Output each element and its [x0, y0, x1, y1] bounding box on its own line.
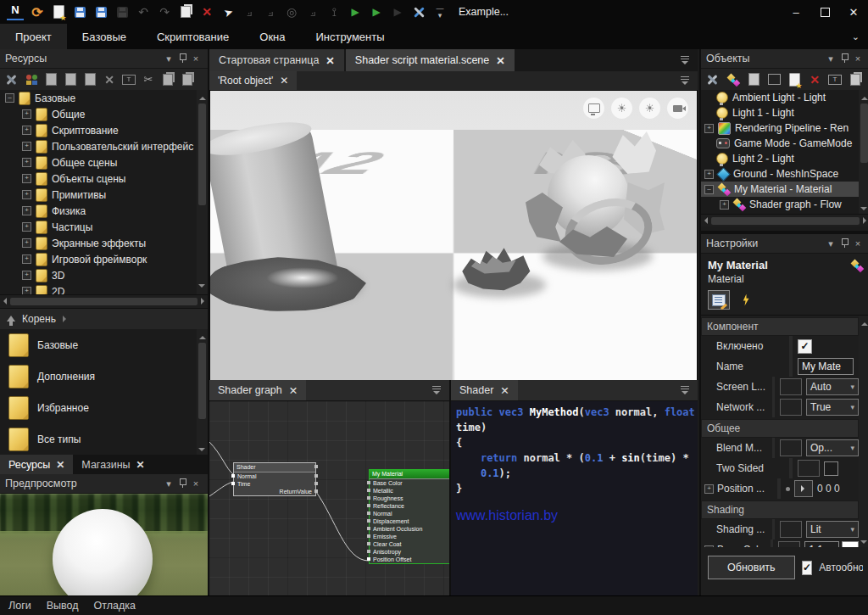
settings-icon[interactable]	[4, 72, 19, 87]
options-icon[interactable]	[24, 72, 39, 87]
dropdown[interactable]: Lit▾	[806, 521, 859, 538]
display-mode-button[interactable]	[583, 98, 604, 119]
menu-overflow-chevron[interactable]: ⌄	[852, 31, 868, 42]
tree-item[interactable]: +3D	[0, 267, 208, 283]
delete-icon[interactable]: ✕	[807, 72, 822, 87]
expander-icon[interactable]: +	[22, 174, 31, 183]
tree-item[interactable]: +Скриптование	[0, 122, 208, 138]
close-icon[interactable]: ✕	[136, 459, 145, 471]
close-icon[interactable]: ✕	[56, 459, 64, 471]
section-header[interactable]: Shading	[701, 500, 859, 519]
tree-item[interactable]: +Физика	[0, 203, 208, 219]
resources-tree-hscrollbar[interactable]	[0, 294, 208, 307]
expander-icon[interactable]: +	[22, 271, 31, 280]
expander-icon[interactable]: +	[22, 190, 31, 199]
graph-node-shader[interactable]: ShaderNormalTimeReturnValue	[233, 462, 316, 496]
object-tree-item[interactable]: +Ground - MeshInSpace	[701, 166, 868, 182]
panel-dropdown-icon[interactable]: ▾	[162, 53, 175, 64]
rename-icon[interactable]: T	[827, 72, 843, 87]
lighting-button[interactable]: ☀	[611, 98, 632, 119]
shader-code-editor[interactable]: public vec3 MyMethod(vec3 normal, floatt…	[451, 401, 698, 596]
tab-list-icon[interactable]	[431, 386, 449, 394]
expander-icon[interactable]: +	[22, 206, 31, 215]
resources-list-vscrollbar[interactable]	[197, 329, 208, 455]
panel-dropdown-icon[interactable]: ▾	[162, 478, 175, 489]
tab-list-icon[interactable]	[679, 76, 698, 85]
close-icon[interactable]: ✕	[280, 75, 288, 87]
tab-shader[interactable]: Shader✕	[451, 380, 518, 400]
tools-button[interactable]	[411, 4, 426, 20]
menu-item-4[interactable]: Окна	[244, 24, 300, 49]
refresh-button[interactable]: ⟳	[30, 4, 45, 20]
minimize-button[interactable]: –	[782, 0, 810, 24]
up-icon[interactable]	[7, 311, 15, 321]
checkbox-checked[interactable]: ✓	[798, 339, 812, 354]
close-icon[interactable]: ✕	[496, 54, 504, 67]
expander-icon[interactable]: +	[704, 484, 714, 494]
shadows-button[interactable]: ☀	[639, 98, 660, 119]
object-tree-item[interactable]: –My Material - Material	[701, 182, 868, 197]
document-tab[interactable]: Shader script material.scene✕	[346, 49, 515, 71]
toolbar-overflow-button[interactable]: —▾	[432, 4, 448, 20]
material-icon[interactable]	[726, 72, 741, 87]
expand-value-button[interactable]	[794, 480, 813, 497]
delete-icon[interactable]: ✕	[102, 72, 117, 87]
statusbar-tab-логи[interactable]: Логи	[8, 600, 31, 612]
object-tree-item[interactable]: +Shader graph - Flow	[701, 197, 868, 212]
window-icon[interactable]	[766, 72, 782, 87]
tree-item[interactable]: +Экранные эффекты	[0, 235, 208, 251]
duplicate-button[interactable]	[178, 4, 193, 20]
tab-events[interactable]	[735, 290, 757, 310]
expander-icon[interactable]: +	[22, 109, 31, 119]
pin-icon[interactable]	[175, 478, 189, 489]
tab-properties[interactable]	[708, 290, 730, 310]
flag-box[interactable]	[780, 521, 802, 538]
expander-icon[interactable]: +	[22, 126, 31, 135]
expander-icon[interactable]: –	[704, 185, 714, 194]
panel-dropdown-icon[interactable]: ▾	[824, 238, 837, 249]
list-item[interactable]: Базовые	[0, 329, 208, 361]
tree-item[interactable]: +Игровой фреймворк	[0, 251, 208, 267]
object-tree-item[interactable]: Ambient Light - Light	[701, 90, 868, 105]
save-button[interactable]	[72, 4, 87, 20]
update-button[interactable]: Обновить	[708, 556, 795, 579]
restore-button[interactable]	[810, 0, 839, 24]
expander-icon[interactable]: –	[5, 93, 14, 103]
breadcrumb[interactable]: Корень	[0, 308, 208, 330]
save-all-button[interactable]	[93, 4, 108, 20]
tab-shader-graph[interactable]: Shader graph✕	[209, 380, 306, 400]
object-tree-item[interactable]: +Rendering Pipeline - Ren	[701, 120, 868, 136]
copy-icon[interactable]	[848, 72, 863, 87]
graph-node-material[interactable]: My MaterialBase ColorMetallicRoughnessRe…	[369, 469, 449, 564]
tree-item[interactable]: +Примитивы	[0, 187, 208, 203]
object-tree-item[interactable]: Game Mode - GameMode	[701, 136, 868, 151]
settings-vscrollbar[interactable]	[859, 316, 868, 547]
settings-icon[interactable]	[705, 72, 721, 87]
tree-item[interactable]: +Пользовательский интерфейс	[0, 138, 208, 154]
expander-icon[interactable]: +	[720, 200, 729, 210]
expander-icon[interactable]: +	[22, 142, 31, 151]
close-button[interactable]: ✕	[839, 0, 868, 24]
new-star-icon[interactable]	[787, 72, 802, 87]
scene-viewport[interactable]: A3A4A5A6A7A8A1A2A3A4A5A6A7A8A1A2B2B3B4B5…	[209, 90, 698, 382]
select-tool-button[interactable]: ➤	[220, 4, 236, 20]
object-tree-item[interactable]: Light 1 - Light	[701, 105, 868, 120]
tree-item[interactable]: +Общие	[0, 106, 208, 122]
close-icon[interactable]: ✕	[500, 384, 509, 397]
color-swatch[interactable]	[842, 541, 859, 547]
flag-box[interactable]	[798, 460, 820, 477]
flag-box[interactable]	[778, 541, 800, 547]
shader-graph-canvas[interactable]: ShaderNormalTimeReturnValueMy MaterialBa…	[209, 401, 449, 596]
close-icon[interactable]: ×	[851, 238, 865, 249]
text-field[interactable]: My Mate	[798, 358, 854, 375]
expander-icon[interactable]: +	[22, 287, 31, 294]
close-icon[interactable]: ×	[851, 53, 865, 64]
resources-tree-vscrollbar[interactable]	[197, 90, 208, 294]
expander-icon[interactable]: +	[22, 158, 31, 167]
cut-icon[interactable]: ✂	[141, 72, 156, 87]
dropdown[interactable]: Op...▾	[806, 439, 859, 456]
color-value-field[interactable]: 1 1	[804, 541, 839, 547]
tab-list-icon[interactable]	[679, 386, 698, 394]
autoupdate-checkbox[interactable]: ✓	[802, 561, 813, 575]
section-header[interactable]: Компонент	[701, 317, 859, 336]
